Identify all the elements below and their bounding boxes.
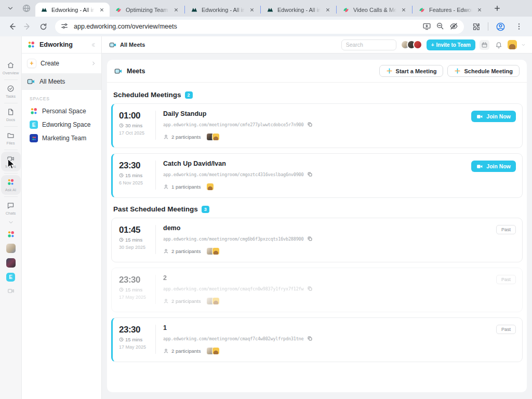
edworking-logo-icon[interactable] — [7, 230, 15, 238]
participant-avatar — [212, 133, 220, 141]
back-button[interactable] — [5, 20, 19, 33]
toolbar-divider — [488, 22, 488, 31]
rail-item-chats[interactable]: Chats — [1, 198, 21, 218]
reload-button[interactable] — [36, 20, 50, 33]
chevron-down-icon[interactable] — [521, 43, 526, 47]
tab-title: Optimizing Team M — [126, 7, 169, 13]
calendar-button[interactable] — [480, 40, 489, 50]
rail-item-meets[interactable]: Meets — [1, 152, 21, 171]
team-avatar-stack[interactable] — [401, 40, 422, 49]
tab-close-icon[interactable] — [400, 6, 407, 14]
meeting-time-block: 01:00 30 mins 17 Oct 2025 — [119, 110, 152, 136]
personal-space-icon — [30, 107, 38, 115]
meets-icon — [27, 77, 35, 86]
meeting-title: 2 — [163, 274, 496, 282]
browser-tab-2[interactable]: Optimizing Team M — [110, 3, 184, 17]
rail-item-docs[interactable]: Docs — [1, 105, 21, 125]
sidebar-space-marketing[interactable]: Marketing Team — [22, 131, 101, 145]
files-icon — [7, 131, 15, 139]
plus-icon: + — [431, 42, 434, 48]
rail-item-files[interactable]: Files — [1, 128, 21, 148]
site-settings-icon[interactable] — [60, 22, 70, 31]
meeting-card-1: 23:30 15 mins 17 May 2025 1 app.edworkin… — [111, 317, 523, 362]
tab-close-icon[interactable] — [476, 6, 483, 14]
browser-tab-3[interactable]: Edworking - All in o — [185, 3, 260, 17]
sidebar-space-edworking[interactable]: E Edworking Space — [22, 118, 101, 131]
copy-icon[interactable] — [307, 286, 313, 291]
tab-separator — [260, 6, 261, 14]
meeting-url: app.edworking.com/meetingroom/cmfe277plw… — [163, 122, 303, 127]
app-topbar: All Meets + Invite to Team — [102, 36, 532, 54]
sidebar-space-personal[interactable]: Personal Space — [22, 104, 101, 118]
rail-item-overview[interactable]: Overview — [1, 58, 21, 78]
meeting-room-icon[interactable] — [7, 287, 15, 295]
rail-item-ask-ai[interactable]: Ask AI — [1, 175, 21, 195]
workspace-avatar[interactable] — [6, 258, 16, 268]
rail-divider — [4, 103, 18, 103]
workspace-e-badge[interactable]: E — [6, 273, 15, 282]
join-now-button[interactable]: Join Now — [471, 111, 516, 122]
meets-icon — [114, 67, 123, 75]
copy-icon[interactable] — [307, 122, 313, 127]
url-text[interactable]: app.edworking.com/overview/meets — [74, 23, 418, 30]
meeting-title: demo — [163, 224, 496, 232]
forward-button[interactable] — [21, 20, 34, 33]
create-button[interactable]: + Create — [22, 54, 101, 74]
clock-icon — [119, 287, 124, 292]
participants-icon — [163, 184, 169, 190]
rail-item-tasks[interactable]: Tasks — [1, 82, 21, 101]
invite-to-team-button[interactable]: + Invite to Team — [427, 39, 475, 50]
participants-count: 2 participants — [171, 298, 201, 304]
rail-collapse-chevron-icon[interactable] — [8, 219, 14, 225]
rail-divider — [4, 150, 18, 150]
past-badge: Past — [496, 275, 516, 284]
meeting-date: 17 May 2025 — [119, 295, 152, 300]
overview-icon — [7, 61, 15, 69]
workspace-avatar[interactable] — [6, 244, 16, 253]
tab-search-button[interactable] — [4, 2, 17, 15]
eye-off-icon[interactable] — [449, 22, 459, 31]
browser-tab-6[interactable]: Features - Edworki — [413, 3, 487, 17]
tab-close-icon[interactable] — [172, 6, 180, 14]
chats-icon — [7, 202, 15, 209]
user-avatar[interactable] — [508, 40, 517, 49]
extensions-icon[interactable] — [469, 20, 483, 33]
copy-icon[interactable] — [307, 236, 313, 242]
schedule-meeting-button[interactable]: Schedule Meeting — [447, 65, 520, 77]
sidebar-item-all-meets[interactable]: All Meets — [22, 74, 101, 90]
profile-icon[interactable] — [494, 20, 507, 33]
meeting-card-catch-up: 23:30 15 mins 6 Nov 2025 Catch Up David/… — [111, 153, 523, 198]
zoom-out-icon[interactable] — [436, 22, 445, 31]
rail-label: Meets — [5, 164, 16, 169]
install-app-icon[interactable] — [422, 22, 432, 31]
meeting-url: app.edworking.com/meetingroom/cmaqf7c4w8… — [163, 336, 303, 341]
rail-divider — [4, 173, 18, 174]
rail-label: Chats — [6, 211, 16, 216]
participants-icon — [163, 298, 169, 304]
start-meeting-button[interactable]: Start a Meeting — [379, 65, 444, 77]
avatar — [413, 40, 422, 49]
edworking-favicon-icon — [191, 6, 198, 14]
browser-tab-1[interactable]: Edworking - All in o — [35, 3, 110, 17]
notifications-bell-icon[interactable] — [494, 40, 503, 50]
sidebar-collapse-icon[interactable] — [90, 42, 96, 48]
create-label: Create — [41, 60, 87, 67]
browser-tab-5[interactable]: Video Calls & Meeti — [337, 3, 411, 17]
browser-tab-4[interactable]: Edworking - All in o — [261, 3, 336, 17]
tab-close-icon[interactable] — [248, 6, 256, 14]
join-now-button[interactable]: Join Now — [471, 161, 516, 172]
participants-icon — [163, 248, 169, 254]
browser-tab-strip: Edworking - All in o Optimizing Team M E… — [0, 0, 532, 17]
search-input[interactable] — [341, 39, 396, 50]
copy-icon[interactable] — [307, 336, 313, 341]
new-tab-button[interactable] — [490, 2, 504, 15]
url-bar[interactable]: app.edworking.com/overview/meets — [55, 20, 464, 34]
browser-menu-icon[interactable] — [512, 20, 526, 33]
rail-divider — [4, 126, 18, 127]
tab-close-icon[interactable] — [98, 6, 105, 14]
clock-icon — [119, 173, 124, 178]
docs-icon — [7, 108, 15, 116]
clock-icon — [119, 237, 124, 242]
tab-close-icon[interactable] — [324, 6, 331, 14]
copy-icon[interactable] — [307, 171, 313, 177]
